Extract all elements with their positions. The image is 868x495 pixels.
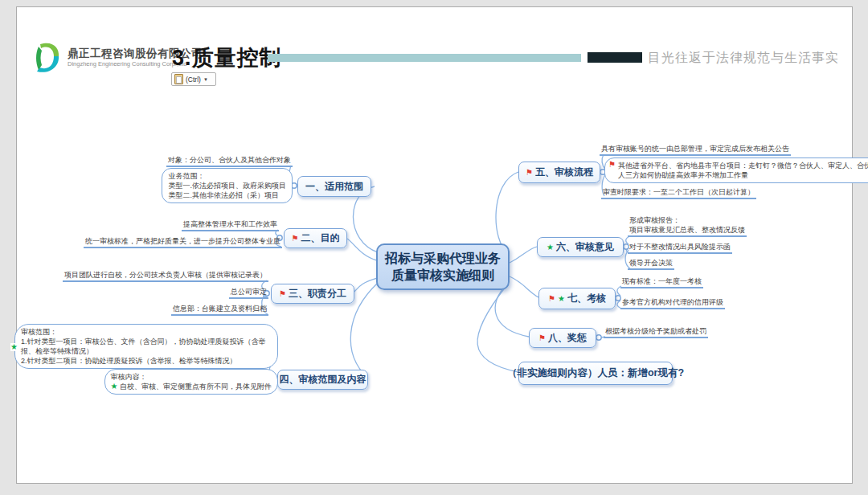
note-line: ★ 自校、审核、审定侧重点有所不同，具体见附件	[111, 382, 272, 391]
central-topic-line2: 质量审核实施细则	[391, 267, 494, 284]
note-range-scope[interactable]: ★ 审核范围： 1.针对类型一项目：审核公告、文件（含合同），协协助处理质疑投诉…	[14, 324, 278, 369]
note-line: 业务范围：	[168, 171, 286, 181]
central-topic[interactable]: 招标与采购代理业务 质量审核实施细则	[376, 243, 510, 290]
paste-options-label: (Ctrl)	[186, 76, 201, 84]
red-flag-icon: ⚑	[526, 169, 533, 177]
note-assess-1[interactable]: 现有标准：一年度一考核	[620, 276, 703, 288]
note-process-2[interactable]: ⚑ 其他进省外平台、省内地县市平台项目：走钉钉？微信？合伙人、审定人、合伙人三方…	[604, 158, 868, 183]
paste-options-button[interactable]: (Ctrl) ▼	[171, 72, 216, 86]
note-duty-2[interactable]: 总公司审定	[229, 287, 268, 299]
note-assess-2[interactable]: 参考官方机构对代理的信用评级	[620, 297, 725, 309]
note-scope-range[interactable]: 业务范围： 类型一.依法必招项目、政府采购项目 类型二.其他非依法必招（采）项目	[162, 168, 293, 203]
red-flag-icon: ⚑	[292, 235, 299, 243]
green-star-icon: ★	[547, 243, 554, 252]
topic-reward[interactable]: ⚑ 八、奖惩	[529, 328, 596, 348]
topic-assess-label: 七、考核	[567, 292, 606, 305]
company-logo-icon	[31, 40, 63, 76]
central-topic-line1: 招标与采购代理业务	[385, 250, 501, 267]
note-opinion-1[interactable]: 形成审核报告： 项目审核意见汇总表、整改情况反馈	[628, 215, 747, 237]
red-flag-icon: ⚑	[548, 295, 555, 303]
note-scope-object[interactable]: 对象：分公司、合伙人及其他合作对象	[166, 155, 293, 167]
green-star-icon: ★	[10, 343, 18, 351]
red-flag-icon: ⚑	[279, 290, 286, 298]
topic-opinion-label: 六、审核意见	[556, 240, 614, 254]
note-process-1[interactable]: 具有审核账号的统一由总部管理，审定完成后发布相关公告	[600, 144, 791, 156]
green-star-icon: ★	[111, 382, 118, 391]
topic-range[interactable]: 四、审核范围及内容	[277, 370, 368, 390]
note-line: 类型一.依法必招项目、政府采购项目	[168, 181, 286, 190]
topic-process-label: 五、审核流程	[535, 166, 593, 179]
topic-floating[interactable]: （非实施细则内容）人员：新增or现有?	[518, 362, 673, 385]
red-flag-icon: ⚑	[608, 161, 616, 169]
topic-duty-label: 三、职责分工	[289, 287, 346, 301]
topic-scope[interactable]: 一、适用范围	[297, 176, 371, 197]
topic-purpose-label: 二、目的	[301, 231, 339, 245]
note-purpose-2[interactable]: 统一审核标准，严格把好质量关，进一步提升公司整体专业度	[84, 236, 282, 248]
dark-accent-bar	[588, 52, 642, 63]
note-line: 1.针对类型一项目：审核公告、文件（含合同），协协助处理质疑投诉（含举报、检举等…	[21, 337, 272, 356]
topic-process[interactable]: ⚑ 五、审核流程	[518, 162, 600, 183]
note-opinion-3[interactable]: 领导开会决策	[628, 258, 674, 270]
note-duty-3[interactable]: 信息部：台账建立及资料归档	[171, 304, 268, 316]
topic-opinion[interactable]: ★ 六、审核意见	[537, 237, 624, 257]
topic-duty[interactable]: ⚑ 三、职责分工	[271, 284, 354, 304]
note-purpose-1[interactable]: 提高整体管理水平和工作效率	[182, 219, 279, 231]
slogan-text: 目光往返于法律规范与生活事实	[648, 50, 839, 67]
topic-reward-label: 八、奖惩	[548, 331, 587, 345]
note-line: 审核内容：	[111, 372, 272, 382]
note-line: 类型二.其他非依法必招（采）项目	[168, 190, 286, 200]
topic-range-label: 四、审核范围及内容	[280, 373, 366, 387]
note-reward-1[interactable]: 根据考核分级给予奖励或者处罚	[604, 326, 708, 338]
paste-clipboard-icon	[174, 74, 183, 84]
slide-canvas: 鼎正工程咨询股份有限公司 Dingzheng Engineering Consu…	[0, 0, 868, 495]
page-title: 3.质量控制	[172, 43, 282, 72]
note-line: 2.针对类型二项目：协助处理质疑投诉（含举报、检举等特殊情况）	[21, 356, 272, 366]
topic-floating-label: （非实施细则内容）人员：新增or现有?	[507, 366, 684, 380]
note-line: 项目审核意见汇总表、整改情况反馈	[629, 225, 745, 235]
note-process-3[interactable]: 审查时限要求：一至二个工作日（次日起计算）	[601, 187, 756, 199]
topic-assess[interactable]: ⚑ ★ 七、考核	[538, 288, 616, 309]
note-line: 审核范围：	[21, 327, 272, 337]
teal-accent-bar	[268, 54, 581, 62]
note-opinion-2[interactable]: 对于不整改情况出具风险提示函	[628, 242, 732, 254]
red-flag-icon: ⚑	[538, 334, 546, 342]
note-text: 其他进省外平台、省内地县市平台项目：走钉钉？微信？合伙人、审定人、合伙人三方如何…	[618, 162, 868, 179]
note-range-content[interactable]: 审核内容： ★ 自校、审核、审定侧重点有所不同，具体见附件	[104, 369, 278, 395]
dropdown-caret-icon: ▼	[203, 77, 208, 82]
note-line-text: 自校、审核、审定侧重点有所不同，具体见附件	[120, 382, 272, 391]
topic-purpose[interactable]: ⚑ 二、目的	[284, 228, 347, 248]
note-duty-1[interactable]: 项目团队进行自校，分公司技术负责人审核（提供审核记录表）	[63, 270, 268, 282]
note-line: 形成审核报告：	[629, 215, 745, 225]
green-star-icon: ★	[558, 295, 565, 303]
topic-scope-label: 一、适用范围	[305, 180, 363, 194]
